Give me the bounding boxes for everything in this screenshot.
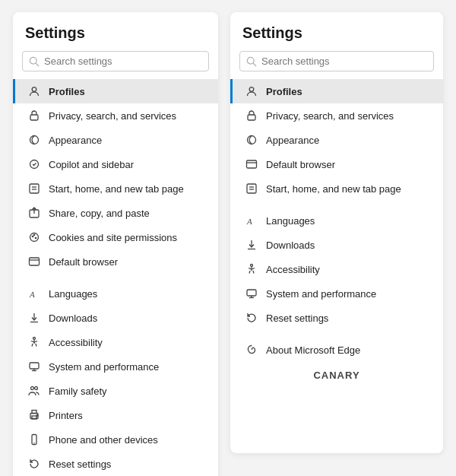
svg-point-12 [35,237,36,238]
nav-item-appearance[interactable]: Appearance [13,128,218,152]
nav-item-appearance[interactable]: Appearance [230,128,443,152]
nav-item-label: Languages [49,288,209,300]
nav-item-phone[interactable]: Phone and other devices [13,427,218,452]
reset-icon [245,311,258,325]
nav-item-accessibility[interactable]: Accessibility [230,257,443,281]
svg-rect-14 [30,258,40,265]
nav-item-label: Profiles [266,86,434,97]
stable-search-box[interactable] [22,51,209,71]
canary-label: CANARY [230,362,443,384]
nav-item-label: Accessibility [266,264,434,275]
svg-rect-21 [30,363,39,369]
nav-item-downloads[interactable]: Downloads [230,233,443,257]
nav-item-privacy[interactable]: Privacy, search, and services [13,103,218,128]
nav-item-label: Start, home, and new tab page [49,183,209,195]
svg-rect-27 [32,411,36,414]
privacy-icon [245,109,258,122]
nav-item-about[interactable]: About Microsoft Edge [230,338,443,362]
nav-item-reset[interactable]: Reset settings [13,452,218,476]
svg-rect-37 [247,160,257,168]
default-browser-icon [245,157,258,171]
svg-point-36 [248,136,256,144]
nav-item-label: Accessibility [49,337,209,348]
canary-nav-list: ProfilesPrivacy, search, and servicesApp… [230,79,443,362]
svg-point-34 [249,87,254,92]
nav-item-privacy[interactable]: Privacy, search, and services [230,103,443,128]
printers-icon [27,408,41,422]
nav-item-label: Privacy, search, and services [49,110,209,122]
nav-item-label: Default browser [49,256,209,268]
canary-panel: Settings ProfilesPrivacy, search, and se… [230,12,443,453]
svg-point-24 [31,387,34,390]
nav-item-label: Languages [266,215,434,227]
nav-item-profiles[interactable]: Profiles [230,79,443,103]
system-icon [27,360,41,373]
nav-item-copilot[interactable]: Copilot and sidebar [13,152,218,176]
nav-item-languages[interactable]: ALanguages [230,208,443,233]
svg-rect-39 [247,184,256,193]
nav-item-label: Printers [49,410,209,421]
nav-item-default-browser[interactable]: Default browser [230,152,443,176]
nav-item-label: Family safety [49,386,209,397]
system-icon [245,287,258,300]
nav-item-default-browser[interactable]: Default browser [13,249,218,274]
canary-search-box[interactable] [239,51,434,71]
nav-item-profiles[interactable]: Profiles [13,79,218,103]
profile-icon [245,84,258,98]
nav-item-downloads[interactable]: Downloads [13,306,218,330]
svg-point-4 [30,136,39,144]
accessibility-icon [27,335,41,349]
nav-item-share[interactable]: Share, copy, and paste [13,201,218,225]
downloads-icon [27,311,41,325]
nav-item-label: System and performance [266,288,434,300]
stable-search-input[interactable] [44,56,202,67]
svg-line-1 [36,63,39,66]
svg-point-45 [251,265,253,267]
nav-item-label: Downloads [266,240,434,251]
stable-title: Settings [13,24,218,51]
nav-item-cookies[interactable]: Cookies and site permissions [13,225,218,249]
nav-item-label: Appearance [49,135,209,146]
nav-item-start[interactable]: Start, home, and new tab page [230,176,443,201]
nav-item-system[interactable]: System and performance [230,281,443,306]
search-icon-canary [246,56,257,67]
svg-rect-35 [248,115,255,120]
svg-point-29 [36,415,38,417]
nav-item-label: Reset settings [49,459,209,470]
nav-item-start[interactable]: Start, home, and new tab page [13,176,218,201]
nav-item-label: Cookies and site permissions [49,232,209,243]
canary-title: Settings [230,24,443,51]
appearance-icon [27,133,41,147]
spacer-8 [13,274,218,281]
nav-item-label: Privacy, search, and services [266,110,434,122]
share-icon [27,206,41,220]
nav-item-label: Reset settings [266,313,434,324]
svg-point-25 [35,387,38,390]
svg-point-5 [30,160,39,169]
nav-item-system[interactable]: System and performance [13,354,218,379]
nav-item-printers[interactable]: Printers [13,403,218,427]
privacy-icon [27,109,41,122]
svg-rect-28 [32,416,36,419]
edge-icon [245,343,258,357]
nav-item-languages[interactable]: ALanguages [13,281,218,306]
start-icon [27,182,41,195]
nav-item-label: Copilot and sidebar [49,159,209,170]
spacer-5 [230,201,443,208]
languages-icon: A [245,214,258,227]
accessibility-icon [245,262,258,276]
search-icon [29,56,40,67]
nav-item-label: Downloads [49,313,209,324]
nav-item-family[interactable]: Family safety [13,379,218,403]
svg-point-13 [33,234,34,235]
phone-icon [27,433,41,446]
languages-icon: A [27,287,41,300]
svg-point-11 [32,236,33,236]
svg-point-2 [32,87,36,92]
nav-item-accessibility[interactable]: Accessibility [13,330,218,354]
svg-line-33 [253,63,256,66]
svg-rect-3 [30,115,38,120]
canary-search-input[interactable] [261,56,427,67]
nav-item-reset[interactable]: Reset settings [230,306,443,330]
start-icon [245,182,258,195]
